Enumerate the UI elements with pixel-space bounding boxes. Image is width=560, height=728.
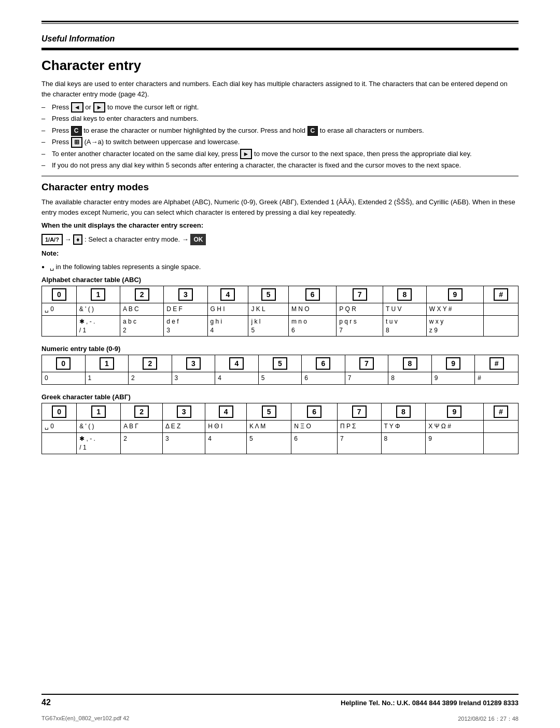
nkey-sq-7: 7 bbox=[359, 357, 374, 370]
nkey-sq-2: 2 bbox=[143, 357, 157, 370]
gc-0-2: Α Β Γ bbox=[121, 421, 163, 433]
footer-left: TG67xxE(en)_0802_ver102.pdf 42 bbox=[41, 715, 129, 723]
key-sq-3: 3 bbox=[178, 288, 193, 301]
gkey-sq-5: 5 bbox=[262, 405, 276, 418]
bullet-list: Press ◄ or ► to move the cursor left or … bbox=[41, 102, 519, 171]
ac-1-4: g h i4 bbox=[207, 315, 248, 337]
top-border-inner bbox=[41, 23, 519, 24]
gkey-sq-2: 2 bbox=[134, 405, 149, 418]
bold-screen-label: When the unit displays the character ent… bbox=[41, 220, 519, 231]
section2-title: Character entry modes bbox=[41, 181, 519, 193]
gc-1-6: 6 bbox=[291, 433, 338, 454]
nkey-sq-9: 9 bbox=[446, 357, 460, 370]
gh-0: 0 bbox=[42, 403, 77, 421]
nc-1: 1 bbox=[85, 372, 129, 385]
numeric-header-row: 0 1 2 3 4 5 6 7 8 9 # bbox=[42, 355, 519, 372]
key-sq-0: 0 bbox=[52, 288, 66, 301]
key-sq-5: 5 bbox=[261, 288, 276, 301]
gc-1-0 bbox=[42, 433, 77, 454]
ac-0-6: M N O bbox=[289, 303, 337, 316]
key-hash-switch: ⊞ bbox=[71, 137, 82, 147]
key-sq-2: 2 bbox=[135, 288, 149, 301]
gc-0-8: Τ Υ Φ bbox=[381, 421, 426, 433]
nh-3: 3 bbox=[172, 355, 215, 372]
footer-right: 2012/08/02 16：27：48 bbox=[458, 715, 519, 723]
greek-table: 0 1 2 3 4 5 6 7 8 9 # ␣ 0 & ' ( ) Α Β Γ … bbox=[41, 403, 519, 454]
nc-8: 8 bbox=[388, 372, 432, 385]
nc-0: 0 bbox=[42, 372, 86, 385]
thin-rule-1 bbox=[41, 176, 519, 176]
gkey-sq-0: 0 bbox=[52, 405, 66, 418]
nkey-sq-8: 8 bbox=[403, 357, 417, 370]
body-intro: The dial keys are used to enter characte… bbox=[41, 79, 519, 99]
ah-0: 0 bbox=[42, 286, 77, 303]
ah-7: 7 bbox=[337, 286, 383, 303]
bullet-1: Press ◄ or ► to move the cursor left or … bbox=[41, 102, 519, 113]
note-bullet-list: ␣ in the following tables represents a s… bbox=[41, 262, 519, 272]
gc-1-3: 3 bbox=[163, 433, 205, 454]
gh-3: 3 bbox=[163, 403, 205, 421]
ac-0-2: A B C bbox=[120, 303, 163, 316]
greek-row-2: ✱ , - ./ 1 2 3 4 5 6 7 8 9 bbox=[42, 433, 519, 454]
gc-1-4: 4 bbox=[205, 433, 247, 454]
gh-hash: # bbox=[483, 403, 518, 421]
nkey-sq-1: 1 bbox=[100, 357, 114, 370]
screen-indicator-line: 1/A/? → ♦ : Select a character entry mod… bbox=[41, 234, 519, 246]
footer-meta: TG67xxE(en)_0802_ver102.pdf 42 2012/08/0… bbox=[41, 715, 519, 723]
nh-5: 5 bbox=[258, 355, 302, 372]
gc-1-7: 7 bbox=[337, 433, 381, 454]
greek-row-1: ␣ 0 & ' ( ) Α Β Γ Δ Ε Ζ Η Θ Ι Κ Λ Μ Ν Ξ … bbox=[42, 421, 519, 433]
ac-0-8: T U V bbox=[383, 303, 427, 316]
gc-0-4: Η Θ Ι bbox=[205, 421, 247, 433]
bullet-3: Press C to erase the character or number… bbox=[41, 125, 519, 136]
page-number: 42 bbox=[41, 698, 51, 707]
nkey-sq-6: 6 bbox=[316, 357, 330, 370]
gc-1-9: 9 bbox=[426, 433, 484, 454]
key-sq-4: 4 bbox=[220, 288, 235, 301]
ac-0-9: W X Y # bbox=[426, 303, 483, 316]
gc-0-h bbox=[483, 421, 518, 433]
nc-3: 3 bbox=[172, 372, 215, 385]
nh-8: 8 bbox=[388, 355, 432, 372]
key-sq-6: 6 bbox=[305, 288, 320, 301]
gh-4: 4 bbox=[205, 403, 247, 421]
gkey-sq-9: 9 bbox=[447, 405, 461, 418]
ac-1-h bbox=[484, 315, 519, 337]
bullet-2: Press dial keys to enter characters and … bbox=[41, 114, 519, 124]
gh-2: 2 bbox=[121, 403, 163, 421]
nkey-sq-0: 0 bbox=[56, 357, 71, 370]
gc-1-5: 5 bbox=[246, 433, 291, 454]
gc-0-3: Δ Ε Ζ bbox=[163, 421, 205, 433]
alphabet-row-2: ✱ , - ./ 1 a b c2 d e f3 g h i4 j k l5 m… bbox=[42, 315, 519, 337]
ac-1-5: j k l5 bbox=[248, 315, 289, 337]
ac-0-4: G H I bbox=[207, 303, 248, 316]
note-bullet-item: ␣ in the following tables represents a s… bbox=[41, 262, 519, 272]
gc-1-h bbox=[483, 433, 518, 454]
gkey-sq-7: 7 bbox=[352, 405, 367, 418]
alphabet-table-label: Alphabet character table (ABC) bbox=[41, 276, 519, 284]
numeric-table: 0 1 2 3 4 5 6 7 8 9 # 0 1 2 3 4 5 6 bbox=[41, 355, 519, 385]
arrow-symbol: → bbox=[65, 235, 74, 243]
ac-1-8: t u v8 bbox=[383, 315, 427, 337]
nc-2: 2 bbox=[129, 372, 172, 385]
key-right-2: ► bbox=[240, 149, 253, 159]
alphabet-header-row: 0 1 2 3 4 5 6 7 8 9 # bbox=[42, 286, 519, 303]
key-c-erase: C bbox=[71, 126, 82, 136]
bullet-4: Press ⊞ (A→a) to switch between uppercas… bbox=[41, 137, 519, 147]
nc-6: 6 bbox=[302, 372, 345, 385]
section2-body: The available character entry modes are … bbox=[41, 197, 519, 217]
gc-0-7: Π Ρ Σ bbox=[337, 421, 381, 433]
key-right: ► bbox=[93, 102, 106, 113]
nav-desc: : Select a character entry mode. → bbox=[85, 235, 189, 243]
gc-0-1: & ' ( ) bbox=[77, 421, 121, 433]
nav-key: ♦ bbox=[73, 234, 82, 245]
nc-9: 9 bbox=[431, 372, 475, 385]
nc-4: 4 bbox=[215, 372, 259, 385]
ac-1-2: a b c2 bbox=[120, 315, 163, 337]
top-border-outer bbox=[41, 21, 519, 22]
numeric-table-label: Numeric entry table (0-9) bbox=[41, 345, 519, 353]
ah-4: 4 bbox=[207, 286, 248, 303]
key-sq-1: 1 bbox=[91, 288, 105, 301]
ac-0-0: ␣ 0 bbox=[42, 303, 77, 316]
nh-0: 0 bbox=[42, 355, 86, 372]
